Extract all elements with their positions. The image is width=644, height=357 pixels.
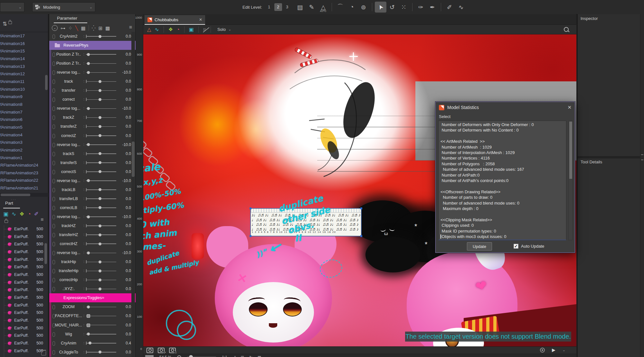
animation-list-item[interactable]: fAnimation10 — [0, 86, 48, 93]
parameter-slider-handle[interactable] — [99, 279, 101, 281]
parameter-row[interactable]: transferHip:0.0 — [49, 266, 136, 275]
workspace-dropdown[interactable]: ⌄ — [0, 2, 24, 12]
remove-param-icon[interactable]: ╲ — [75, 26, 78, 31]
parameter-slider-track[interactable] — [86, 334, 116, 334]
magnifier-icon[interactable] — [177, 355, 181, 357]
parameter-row[interactable]: trackHip:0.0 — [49, 257, 136, 266]
tab-part[interactable]: Part — [5, 201, 13, 206]
parameter-slider-handle[interactable] — [99, 116, 101, 119]
zoom-slider-handle[interactable] — [189, 355, 193, 357]
auto-mesh-icon[interactable]: △AUTO — [317, 2, 329, 13]
fourpart-icon[interactable]: ❖ — [19, 211, 24, 217]
parameter-slider-handle[interactable] — [99, 288, 101, 290]
animation-list-item[interactable]: RFlameAnimation24 — [0, 161, 48, 169]
parameter-row[interactable]: transfer:0.0 — [49, 86, 136, 95]
close-icon[interactable]: ✕ — [567, 105, 572, 110]
part-list-scrollbar[interactable] — [44, 243, 47, 264]
parameter-menu-icon[interactable]: ≡ — [129, 24, 132, 30]
combine-params-icon[interactable]: ⊞ — [99, 26, 103, 31]
parameter-slider-track[interactable] — [86, 180, 116, 181]
parameter-slider-handle[interactable] — [87, 252, 90, 254]
animation-list-item[interactable]: fAnimation8 — [0, 101, 48, 108]
collapse-all-icon[interactable]: ⌄ — [52, 25, 58, 31]
parameter-row[interactable]: track:0.0 — [49, 77, 136, 86]
workspace-layout-icon[interactable]: ▤ — [294, 2, 306, 13]
pen-icon[interactable]: ✐ — [34, 211, 39, 217]
parameter-row[interactable]: Position Z Tr..:0.0 — [49, 50, 136, 59]
glue-tool-icon[interactable]: ✑ — [415, 2, 427, 13]
parameter-slider-handle[interactable] — [87, 215, 90, 218]
parameter-row[interactable]: CryAnim2:0.0 — [49, 32, 136, 41]
mesh-edit-icon[interactable]: ✎ — [306, 2, 317, 13]
selection-handle[interactable] — [250, 235, 251, 237]
part-list-item[interactable]: EarPuff.500 — [0, 294, 48, 302]
animation-list-item[interactable]: fAnimation4 — [0, 131, 48, 139]
screenshot-history-icon[interactable]: ⟳ — [158, 348, 165, 353]
parameter-slider-handle[interactable] — [99, 206, 101, 209]
parameter-folder-row[interactable]: Expressions/Toggles≈ — [49, 293, 136, 302]
meshbox-icon[interactable]: ▣ — [189, 27, 194, 32]
parameter-row[interactable]: correctS:0.0 — [49, 167, 136, 176]
auto-update-checkbox[interactable]: ✓ — [514, 244, 518, 249]
path-edit-icon[interactable]: ∿ — [455, 2, 467, 13]
parameter-slider-handle[interactable] — [89, 342, 91, 344]
parameter-row[interactable]: correctZ:0.0 — [49, 131, 136, 140]
artmesh-icon[interactable]: △ — [147, 27, 151, 32]
animation-list-item[interactable]: fAnimation13 — [0, 63, 48, 70]
parameter-row[interactable]: reverse tog...:-10.0 — [49, 104, 136, 113]
edit-level-button[interactable]: 3 — [283, 3, 291, 11]
animation-list-item[interactable]: RFlameAnimation23 — [0, 169, 48, 177]
animation-list-item[interactable]: fAnimation15 — [0, 47, 48, 55]
lock-combine-icon[interactable]: ▩ — [105, 26, 110, 31]
parameter-row[interactable]: trackLB:0.0 — [49, 185, 136, 194]
parameter-slider-handle[interactable] — [99, 261, 101, 263]
parameter-slider-handle[interactable] — [99, 351, 101, 353]
artpath-icon[interactable]: ∿ — [12, 211, 16, 217]
part-list-item[interactable]: EarPuff.500 — [0, 233, 48, 241]
screenshot-icon[interactable] — [147, 348, 153, 353]
animation-list-item[interactable]: fAnimation6 — [0, 116, 48, 124]
part-list-item[interactable]: EarPuff.500 — [0, 332, 48, 340]
parameter-slider-handle[interactable] — [87, 306, 90, 308]
parameter-row[interactable]: correct:0.0 — [49, 95, 136, 104]
parameter-row[interactable]: transferLB:0.0 — [49, 194, 136, 203]
parameter-slider-handle[interactable] — [99, 134, 101, 137]
parameter-row[interactable]: ZOOM:0.0 — [49, 302, 136, 311]
add-3point-param-icon[interactable]: ⁘ — [68, 26, 72, 31]
play-button[interactable]: ▶ — [552, 347, 555, 352]
parameter-slider-handle[interactable] — [99, 161, 101, 164]
parameter-slider-handle[interactable] — [87, 53, 90, 56]
parameter-row[interactable]: MOVE_HAIR...:0.0 — [49, 321, 136, 330]
parameter-slider-handle[interactable] — [99, 98, 101, 101]
parameter-slider-track[interactable] — [86, 253, 116, 253]
part-list-item[interactable]: EarPuff.500 — [0, 225, 48, 233]
parameter-slider-handle[interactable] — [99, 233, 101, 236]
part-list-item[interactable]: EarPuff.500 — [0, 279, 48, 287]
part-list-item[interactable]: EarPuff.500 — [0, 256, 48, 264]
parameter-slider-handle[interactable] — [99, 197, 101, 200]
parameter-row[interactable]: correctLB:0.0 — [49, 203, 136, 212]
selection-handle[interactable] — [360, 207, 362, 209]
statistics-text-area[interactable]: Number of Deformers with Only One Deform… — [438, 121, 566, 240]
part-list-item[interactable]: EarPuff.500 — [0, 271, 48, 279]
tab-chubbabubs[interactable]: Chubbabubs ✕ — [145, 15, 205, 25]
selection-handle[interactable] — [360, 235, 362, 237]
status-tool-icon[interactable]: ↻ — [249, 355, 252, 357]
parameter-row[interactable]: reverse tog...:-10.0 — [49, 68, 136, 77]
parameter-slider-track[interactable] — [86, 54, 116, 55]
part-list-item[interactable]: EarPuff.500 — [0, 325, 48, 332]
parameter-slider-handle[interactable] — [99, 188, 101, 191]
parameter-row[interactable]: trackHZ:0.0 — [49, 221, 136, 230]
warp-deformer-icon[interactable]: ⊚ — [358, 2, 369, 13]
part-menu-icon[interactable]: ≡ — [41, 217, 43, 223]
parameter-slider-handle[interactable] — [99, 125, 101, 128]
arrow-tool-icon[interactable]: ➤ — [375, 2, 386, 13]
animation-list-item[interactable]: fAnimation1 — [0, 154, 48, 162]
animation-list-item[interactable]: fAnimation2 — [0, 146, 48, 154]
status-tool-icon[interactable]: ⤢ — [232, 355, 236, 357]
rotate-deformer-icon[interactable]: ◔ — [346, 2, 358, 13]
parameter-slider-handle[interactable] — [99, 35, 101, 38]
parameter-slider-handle[interactable] — [99, 170, 101, 173]
animation-list-item[interactable]: fAnimation9 — [0, 93, 48, 101]
animation-list-item[interactable]: fAnimation7 — [0, 108, 48, 116]
